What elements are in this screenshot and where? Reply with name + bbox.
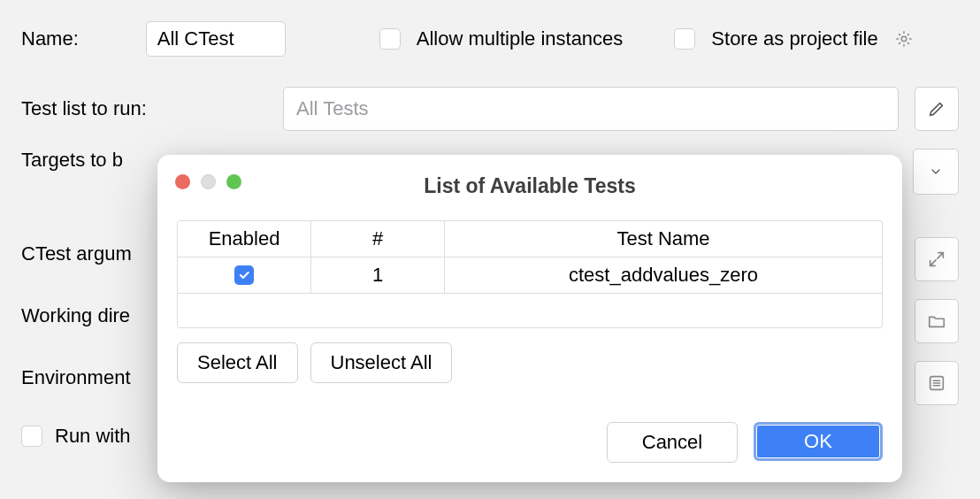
available-tests-dialog: List of Available Tests Enabled # Test N… <box>157 155 902 482</box>
svg-point-0 <box>901 36 907 42</box>
test-list-input[interactable] <box>283 87 899 131</box>
browse-working-directory-button[interactable] <box>915 299 959 343</box>
column-header-index[interactable]: # <box>311 221 445 257</box>
name-label: Name: <box>21 27 79 50</box>
column-header-enabled[interactable]: Enabled <box>178 221 311 257</box>
edit-test-list-button[interactable] <box>915 87 959 131</box>
targets-label: Targets to b <box>21 149 123 172</box>
row-index: 1 <box>311 257 445 293</box>
ctest-arguments-label: CTest argum <box>21 242 132 265</box>
targets-dropdown-toggle[interactable] <box>913 149 959 195</box>
run-with-label: Run with <box>55 425 131 448</box>
gear-icon[interactable] <box>894 29 914 49</box>
store-as-project-file-checkbox[interactable] <box>674 28 695 50</box>
expand-ctest-arguments-button[interactable] <box>915 237 959 281</box>
unselect-all-button[interactable]: Unselect All <box>310 342 453 383</box>
table-header-row: Enabled # Test Name <box>178 221 882 257</box>
row-enabled-checkbox[interactable] <box>234 265 254 285</box>
working-directory-label: Working dire <box>21 304 130 327</box>
store-as-project-file-label: Store as project file <box>711 27 877 50</box>
column-header-name[interactable]: Test Name <box>445 221 882 257</box>
tests-table: Enabled # Test Name 1 ctest_addvalues_ze… <box>177 220 883 328</box>
ok-button[interactable]: OK <box>754 422 883 461</box>
allow-multiple-instances-label: Allow multiple instances <box>417 27 624 50</box>
table-row[interactable]: 1 ctest_addvalues_zero <box>178 257 882 294</box>
dialog-title: List of Available Tests <box>157 174 902 198</box>
environment-vars-button[interactable] <box>915 361 959 405</box>
run-with-checkbox[interactable] <box>21 426 42 447</box>
cancel-button[interactable]: Cancel <box>607 422 738 463</box>
row-test-name: ctest_addvalues_zero <box>445 257 882 293</box>
test-list-label: Test list to run: <box>21 97 267 120</box>
select-all-button[interactable]: Select All <box>177 342 298 383</box>
name-input[interactable] <box>146 21 286 57</box>
allow-multiple-instances-checkbox[interactable] <box>379 28 401 50</box>
environment-label: Environment <box>21 366 131 389</box>
